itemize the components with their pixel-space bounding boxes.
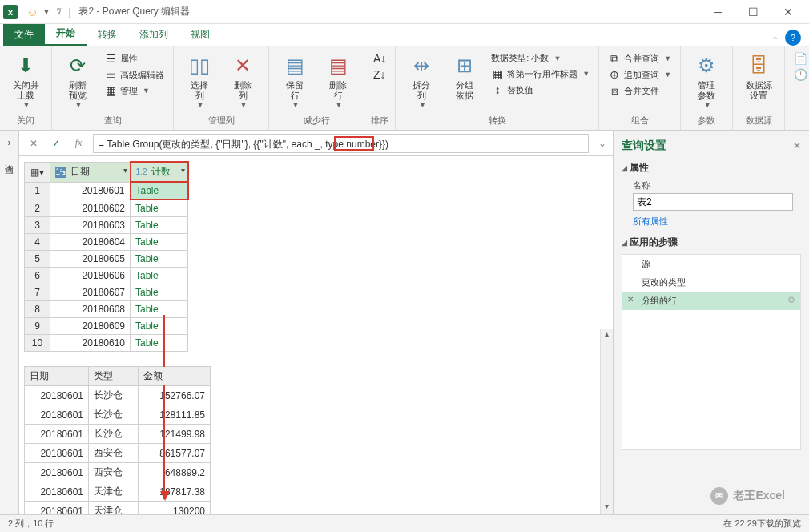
detail-col-type[interactable]: 类型: [89, 367, 139, 386]
tab-home[interactable]: 开始: [45, 22, 87, 46]
row-header[interactable]: 10: [25, 335, 50, 352]
cell-count[interactable]: Table: [131, 268, 188, 284]
cell-count[interactable]: Table: [131, 318, 188, 335]
table-row[interactable]: 1 20180601 Table: [25, 182, 188, 200]
help-icon[interactable]: ?: [785, 30, 801, 46]
tab-addcolumn[interactable]: 添加列: [128, 24, 179, 46]
filter-dropdown-icon[interactable]: ▾: [123, 166, 127, 175]
close-load-button[interactable]: ⬇ 关闭并 上载 ▼: [6, 50, 45, 112]
formula-input[interactable]: = Table.Group(更改的类型, {"日期"}, {{"计数", eac…: [93, 134, 589, 153]
properties-button[interactable]: ☰属性: [102, 51, 167, 66]
column-header-date[interactable]: 1²₃ 日期 ▾: [50, 162, 131, 182]
cell-date[interactable]: 20180609: [50, 318, 131, 335]
datasource-settings-button[interactable]: 🗄 数据源 设置: [739, 50, 778, 104]
query-name-input[interactable]: [633, 193, 793, 211]
table-row[interactable]: 20180601 天津仓 130200: [25, 502, 211, 515]
tab-file[interactable]: 文件: [3, 24, 45, 46]
applied-step[interactable]: 分组的行⚙: [622, 292, 800, 310]
cell-date[interactable]: 20180608: [50, 301, 131, 318]
cell-date[interactable]: 20180604: [50, 234, 131, 251]
cell-date[interactable]: 20180601: [50, 182, 131, 200]
close-panel-icon[interactable]: ✕: [793, 140, 801, 151]
step-gear-icon[interactable]: ⚙: [787, 295, 795, 305]
new-source-button[interactable]: 📄新建源▼: [791, 51, 809, 66]
applied-steps-header[interactable]: 应用的步骤: [622, 236, 801, 249]
properties-header[interactable]: 属性: [622, 161, 801, 175]
row-header[interactable]: 9: [25, 318, 50, 335]
smiley-icon[interactable]: ☺: [26, 6, 38, 18]
cell-date[interactable]: 20180606: [50, 268, 131, 284]
cell-count[interactable]: Table: [131, 301, 188, 318]
row-header[interactable]: 4: [25, 234, 50, 251]
combine-files-button[interactable]: ⧈合并文件: [606, 83, 674, 98]
filter-dropdown-icon[interactable]: ▾: [181, 166, 185, 175]
cell-count[interactable]: Table: [131, 335, 188, 352]
table-row[interactable]: 6 20180606 Table: [25, 268, 188, 284]
row-header[interactable]: 7: [25, 284, 50, 301]
cell-date[interactable]: 20180602: [50, 200, 131, 217]
row-header[interactable]: 5: [25, 251, 50, 268]
table-row[interactable]: 20180601 天津仓 187817.38: [25, 482, 211, 502]
cell-count[interactable]: Table: [131, 217, 188, 234]
all-properties-link[interactable]: 所有属性: [633, 216, 801, 228]
manage-button[interactable]: ▦管理▼: [102, 83, 167, 98]
merge-queries-button[interactable]: ⧉合并查询▼: [606, 51, 674, 66]
dropdown-icon[interactable]: ▼: [42, 8, 50, 16]
table-row[interactable]: 3 20180603 Table: [25, 217, 188, 234]
collapse-ribbon-icon[interactable]: ⌃: [771, 35, 779, 46]
table-row[interactable]: 20180601 西安仓 861577.07: [25, 444, 211, 463]
choose-columns-button[interactable]: ▯▯ 选择 列 ▼: [180, 50, 219, 112]
first-row-header-button[interactable]: ▦将第一行用作标题▼: [489, 66, 592, 81]
scroll-up-icon[interactable]: ▴: [601, 329, 613, 342]
sort-asc-button[interactable]: A↓: [371, 51, 388, 66]
remove-columns-button[interactable]: ✕ 删除 列 ▼: [223, 50, 262, 112]
advanced-editor-button[interactable]: ▭高级编辑器: [102, 67, 167, 82]
preview-scrollbar[interactable]: ▴ ▾: [600, 329, 613, 514]
fx-icon[interactable]: fx: [70, 137, 87, 149]
scroll-down-icon[interactable]: ▾: [601, 502, 613, 514]
cell-count[interactable]: Table: [131, 251, 188, 268]
formula-dropdown-icon[interactable]: ⌄: [598, 138, 606, 149]
table-row[interactable]: 5 20180605 Table: [25, 251, 188, 268]
qat-dropdown[interactable]: ⊽: [56, 7, 62, 16]
close-button[interactable]: ✕: [771, 0, 806, 24]
row-header[interactable]: 3: [25, 217, 50, 234]
applied-step[interactable]: 更改的类型: [622, 273, 800, 292]
detail-col-amount[interactable]: 金额: [139, 367, 211, 386]
detail-col-date[interactable]: 日期: [25, 367, 89, 386]
sort-desc-button[interactable]: Z↓: [371, 67, 388, 82]
table-row[interactable]: 4 20180604 Table: [25, 234, 188, 251]
cell-count[interactable]: Table: [131, 200, 188, 217]
remove-rows-button[interactable]: ▤ 删除 行 ▼: [319, 50, 357, 112]
tab-transform[interactable]: 转换: [87, 24, 128, 46]
append-queries-button[interactable]: ⊕追加查询▼: [606, 67, 674, 82]
cancel-formula-icon[interactable]: ✕: [26, 138, 42, 149]
expand-nav-icon[interactable]: ›: [8, 137, 11, 148]
table-row[interactable]: 20180601 长沙仓 128111.85: [25, 405, 211, 425]
tab-view[interactable]: 视图: [179, 24, 221, 46]
datatype-button[interactable]: 数据类型: 小数▼: [489, 51, 592, 65]
cell-date[interactable]: 20180603: [50, 217, 131, 234]
table-row[interactable]: 7 20180607 Table: [25, 284, 188, 301]
group-by-button[interactable]: ⊞ 分组 依据: [445, 50, 484, 104]
table-row[interactable]: 2 20180602 Table: [25, 200, 188, 217]
cell-count[interactable]: Table: [131, 284, 188, 301]
applied-step[interactable]: 源: [622, 255, 800, 273]
accept-formula-icon[interactable]: ✓: [48, 138, 64, 149]
table-row[interactable]: 20180601 长沙仓 121499.98: [25, 425, 211, 444]
cell-count[interactable]: Table: [131, 182, 188, 200]
table-icon-cell[interactable]: ▦▾: [25, 162, 50, 182]
row-header[interactable]: 2: [25, 200, 50, 217]
cell-date[interactable]: 20180607: [50, 284, 131, 301]
maximize-button[interactable]: ☐: [735, 0, 771, 24]
minimize-button[interactable]: ─: [700, 0, 735, 24]
row-header[interactable]: 6: [25, 268, 50, 284]
keep-rows-button[interactable]: ▤ 保留 行 ▼: [276, 50, 314, 112]
split-column-button[interactable]: ⇹ 拆分 列 ▼: [402, 50, 441, 112]
table-row[interactable]: 20180601 长沙仓 152766.07: [25, 386, 211, 405]
column-header-count[interactable]: 1.2 计数 ▾: [131, 162, 188, 182]
replace-values-button[interactable]: ↕替换值: [489, 83, 592, 97]
manage-params-button[interactable]: ⚙ 管理 参数 ▼: [687, 50, 726, 112]
recent-sources-button[interactable]: 🕘最近使用的源▼: [791, 67, 809, 82]
cell-date[interactable]: 20180605: [50, 251, 131, 268]
